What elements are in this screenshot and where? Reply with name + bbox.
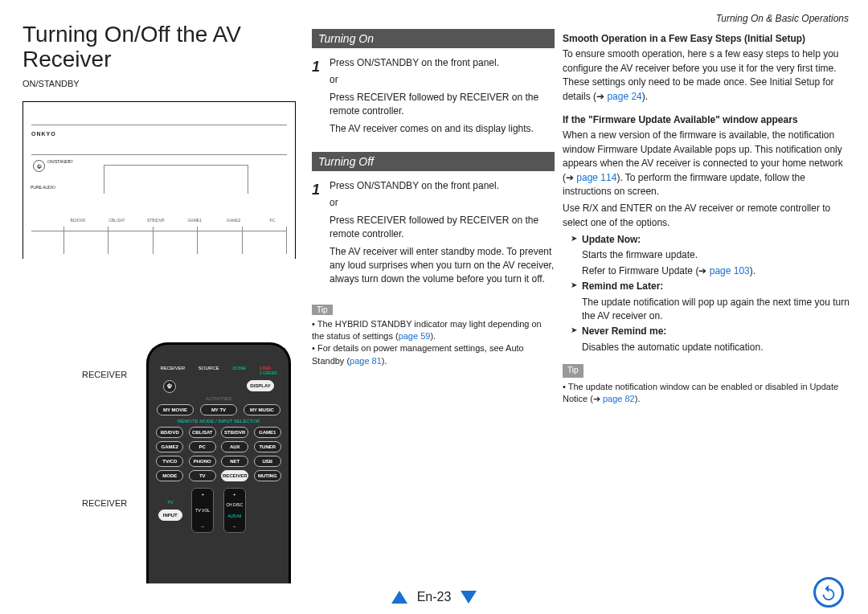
front-panel-diagram: ON/STANDBY ONKYO ⏻ ON/STANDBY PURE AUDIO… <box>23 79 296 259</box>
onstandby-button-icon: ⏻ <box>33 160 45 172</box>
undo-icon <box>820 583 837 601</box>
onstandby-button-label: ON/STANDBY <box>47 159 73 164</box>
back-button[interactable] <box>813 577 844 608</box>
remote-cblsat: CBL/SAT <box>189 427 216 438</box>
turning-off-or: or <box>330 196 555 210</box>
remote-bddvd: BD/DVD <box>156 427 183 438</box>
remote-aux: AUX <box>221 441 248 452</box>
input-labels: BD/DVD CBL/SAT STB/DVR GAME1 GAME2 PC <box>63 218 287 223</box>
remote-mymovie: MY MOVIE <box>157 404 194 415</box>
heading-smooth-operation: Smooth Operation in a Few Easy Steps (In… <box>563 32 852 46</box>
remote-mode: MODE <box>156 470 183 481</box>
tip-text-1: • The HYBRID STANDBY indicator may light… <box>312 318 555 343</box>
link-page-59[interactable]: page 59 <box>399 331 431 341</box>
remote-receiver: RECEIVER <box>221 470 248 481</box>
turning-off-step-b: Press RECEIVER followed by RECEIVER on t… <box>330 214 555 242</box>
remote-body: RECEIVER SOURCE ZONE 2 RED3 GREEN ⏻ DISP… <box>146 342 291 583</box>
page-title: Turning On/Off the AV Receiver <box>23 23 288 72</box>
remote-game1: GAME1 <box>254 427 281 438</box>
remote-diagram: RECEIVER RECEIVER RECEIVER SOURCE ZONE 2… <box>82 342 294 583</box>
bullet-arrow-icon: ➤ <box>571 233 577 247</box>
link-page-114[interactable]: page 114 <box>576 172 616 183</box>
remote-tvcd: TV/CD <box>156 456 183 467</box>
onstandby-label: ON/STANDBY <box>23 79 296 88</box>
remote-label-receiver-2: RECEIVER <box>82 498 127 508</box>
tip2-text: • The update notification window can be … <box>563 381 852 406</box>
option-remind-later: Remind me Later: <box>582 280 663 292</box>
never-remind-line: Disables the automatic update notificati… <box>582 341 852 354</box>
breadcrumb: Turning On & Basic Operations <box>716 13 849 24</box>
remote-top-receiver: RECEIVER <box>160 366 185 375</box>
remote-ch-rocker: + CH DISC ALBUM – <box>223 488 246 533</box>
remote-top-zone-legend: 2 RED3 GREEN <box>260 366 277 375</box>
pure-audio-label: PURE AUDIO <box>31 185 55 190</box>
remote-stbdvr: STB/DVR <box>221 427 248 438</box>
turning-on-step-b: Press RECEIVER followed by RECEIVER on t… <box>330 91 555 119</box>
remote-top-source: SOURCE <box>199 366 219 375</box>
remote-mymusic: MY MUSIC <box>244 404 280 415</box>
remote-vol-rocker: + TV VOL – <box>191 488 214 533</box>
firmware-body-1: When a new version of the firmware is av… <box>563 129 852 199</box>
middle-column: Turning On 1 Press ON/STANDBY on the fro… <box>312 29 555 367</box>
bullet-arrow-icon: ➤ <box>571 325 577 338</box>
remote-tv: TV <box>189 470 216 481</box>
right-column: Smooth Operation in a Few Easy Steps (In… <box>563 32 852 405</box>
remote-tuner: TUNER <box>254 441 281 452</box>
link-page-81[interactable]: page 81 <box>350 356 382 366</box>
next-page-arrow-icon[interactable] <box>461 591 477 604</box>
turning-on-step-c: The AV receiver comes on and its display… <box>330 122 555 136</box>
bullet-arrow-icon: ➤ <box>571 280 577 293</box>
remote-net: NET <box>221 456 248 467</box>
remote-pc: PC <box>189 441 216 452</box>
display-slot <box>104 165 248 194</box>
turning-on-step-a: Press ON/STANDBY on the front panel. <box>330 56 555 70</box>
update-now-line1: Starts the firmware update. <box>582 248 852 262</box>
prev-page-arrow-icon[interactable] <box>391 591 407 604</box>
remote-label-receiver: RECEIVER <box>82 370 127 379</box>
turning-off-step-a: Press ON/STANDBY on the front panel. <box>330 179 555 193</box>
option-never-remind: Never Remind me: <box>582 325 666 337</box>
remote-mytv: MY TV <box>200 404 237 415</box>
remote-activities-label: ACTIVITIES <box>149 396 289 401</box>
step-number: 1 <box>312 179 323 290</box>
remote-phono: PHONO <box>189 456 216 467</box>
option-update-now: Update Now: <box>582 234 641 245</box>
remote-onstandby-icon: ⏻ <box>163 380 176 393</box>
link-page-82[interactable]: page 82 <box>603 394 635 403</box>
remote-muting: MUTING <box>254 470 281 481</box>
remote-game2: GAME2 <box>156 441 183 452</box>
turning-off-step-c: The AV receiver will enter standby mode.… <box>330 245 555 287</box>
remote-tv-label: TV <box>167 500 174 505</box>
tip-label-2: Tip <box>563 364 583 378</box>
step-number: 1 <box>312 56 323 139</box>
front-panel: ONKYO ⏻ ON/STANDBY PURE AUDIO BD/DVD CBL… <box>23 101 296 259</box>
turning-on-or: or <box>330 73 555 87</box>
heading-turning-off: Turning Off <box>312 152 555 171</box>
firmware-body-2: Use R/X and ENTER on the AV receiver or … <box>563 202 852 230</box>
tip-label: Tip <box>312 305 333 315</box>
page-footer: En-23 <box>0 590 868 604</box>
page-number: En-23 <box>417 590 452 604</box>
remote-input-selector-label: REMOTE MODE / INPUT SELECTOR <box>149 419 289 424</box>
tip-text-2: • For details on power management settin… <box>312 342 555 367</box>
link-page-103[interactable]: page 103 <box>710 265 750 276</box>
remote-usb: USB <box>254 456 281 467</box>
update-now-line2: Refer to Firmware Update (➔ page 103). <box>582 264 852 278</box>
remind-later-line: The update notification will pop up agai… <box>582 296 852 324</box>
heading-turning-on: Turning On <box>312 29 555 48</box>
remote-input-button: INPUT <box>158 510 182 521</box>
remote-top-zone: ZONE <box>232 366 246 375</box>
smooth-body: To ensure smooth operation, here s a few… <box>563 47 852 104</box>
remote-display-button: DISPLAY <box>247 380 274 391</box>
heading-firmware-update: If the "Firmware Update Available" windo… <box>563 113 852 127</box>
brand-text: ONKYO <box>31 131 56 137</box>
link-page-24[interactable]: page 24 <box>607 91 641 102</box>
